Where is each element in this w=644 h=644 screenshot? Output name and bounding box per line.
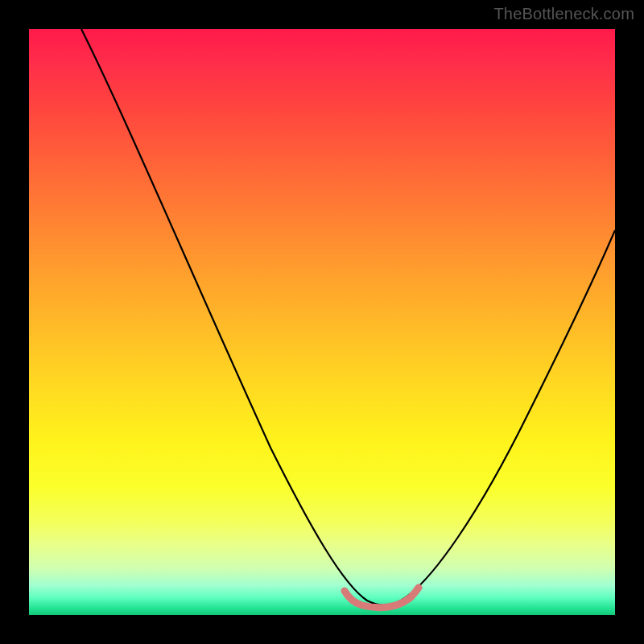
bottleneck-curve-line <box>81 29 615 605</box>
watermark-text: TheBottleneck.com <box>493 5 634 23</box>
curve-svg <box>29 29 615 615</box>
chart-frame: TheBottleneck.com <box>0 0 644 644</box>
plot-area <box>29 29 615 615</box>
